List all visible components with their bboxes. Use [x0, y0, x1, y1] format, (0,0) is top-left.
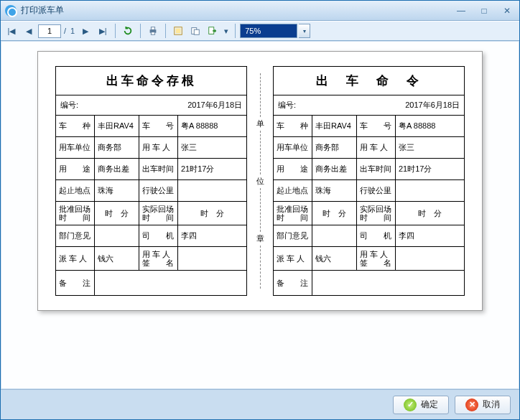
maximize-button[interactable]: □ — [476, 5, 492, 17]
val: 李四 — [396, 225, 464, 246]
divider-char: 单 — [256, 117, 264, 131]
close-button[interactable]: ✕ — [499, 5, 515, 17]
cancel-button[interactable]: ✕ 取消 — [455, 396, 511, 414]
window-root: 打印派车单 — □ ✕ |◀ ◀ 1 / 1 ▶ ▶| ▾ — [0, 0, 520, 420]
svg-rect-4 — [176, 29, 181, 34]
lbl: 用车单位 — [56, 137, 95, 158]
lbl: 派 车 人 — [274, 247, 312, 270]
val: 丰田RAV4 — [312, 116, 357, 136]
layout-button[interactable] — [170, 23, 186, 39]
val: 珠海 — [95, 180, 139, 201]
lbl: 车 种 — [56, 116, 95, 136]
lbl: 实际回场时 间 — [139, 202, 178, 225]
stub-number-label: 编号: — [60, 100, 78, 111]
prev-page-button[interactable]: ◀ — [21, 23, 37, 39]
check-icon: ✓ — [404, 398, 417, 411]
lbl: 车 种 — [274, 116, 312, 136]
last-page-button[interactable]: ▶| — [95, 23, 111, 39]
lbl: 用 途 — [56, 159, 95, 179]
val: 商务部 — [95, 137, 139, 158]
form-order-header: 编号: 2017年6月18日 — [274, 95, 464, 116]
form-stub-title: 出车命令存根 — [56, 67, 246, 95]
lbl: 起止地点 — [56, 180, 95, 201]
export-button[interactable] — [205, 23, 220, 39]
lbl: 用 车 人签 名 — [357, 247, 396, 270]
val: 丰田RAV4 — [95, 116, 139, 136]
lbl: 派 车 人 — [56, 247, 95, 270]
val: 商务部 — [312, 137, 357, 158]
form-stub-header: 编号: 2017年6月18日 — [56, 95, 246, 116]
form-order-title: 出 车 命 令 — [274, 67, 464, 95]
preview-area: 出车命令存根 编号: 2017年6月18日 车 种丰田RAV4车 号粤A 888… — [1, 42, 519, 388]
footer: ✓ 确定 ✕ 取消 — [1, 389, 519, 419]
export-icon — [208, 26, 218, 36]
lbl: 批准回场时 间 — [274, 202, 312, 225]
zoom-dropdown-button[interactable]: ▾ — [299, 24, 310, 38]
val: 钱六 — [95, 247, 139, 270]
perforation-divider: 单 位 章 — [259, 66, 261, 296]
cancel-label: 取消 — [483, 398, 500, 411]
toolbar-separator — [235, 24, 236, 38]
export-dropdown-button[interactable]: ▾ — [222, 23, 231, 39]
val — [312, 225, 357, 246]
ok-label: 确定 — [421, 398, 438, 411]
toolbar: |◀ ◀ 1 / 1 ▶ ▶| ▾ 75% ▾ — [1, 21, 519, 41]
val: 粤A 88888 — [396, 116, 464, 136]
val: 21时17分 — [396, 159, 464, 179]
lbl: 备 注 — [274, 271, 312, 295]
svg-rect-1 — [152, 27, 155, 30]
val: 珠海 — [312, 180, 357, 201]
lbl: 用 车 人 — [357, 137, 396, 158]
page-current-input[interactable]: 1 — [38, 24, 61, 38]
val — [396, 180, 464, 201]
page-total: 1 — [70, 27, 75, 35]
val: 粤A 88888 — [178, 116, 246, 136]
lbl: 备 注 — [56, 271, 95, 295]
first-page-button[interactable]: |◀ — [4, 23, 19, 39]
form-order: 出 车 命 令 编号: 2017年6月18日 车 种丰田RAV4车 号粤A 88… — [273, 66, 465, 296]
lbl: 司 机 — [139, 225, 178, 246]
page-preview: 出车命令存根 编号: 2017年6月18日 车 种丰田RAV4车 号粤A 888… — [37, 51, 483, 311]
window-title: 打印派车单 — [21, 4, 453, 17]
titlebar: 打印派车单 — □ ✕ — [1, 1, 519, 21]
lbl: 用 车 人 — [139, 137, 178, 158]
refresh-button[interactable] — [120, 23, 136, 39]
val: 时 分 — [396, 202, 464, 225]
val: 李四 — [178, 225, 246, 246]
lbl: 部门意见 — [56, 225, 95, 246]
svg-rect-6 — [194, 29, 199, 34]
order-date: 2017年6月18日 — [296, 100, 460, 111]
val — [178, 247, 246, 270]
val: 时 分 — [95, 202, 139, 225]
val: 钱六 — [312, 247, 357, 270]
page-separator: / — [64, 27, 66, 35]
val: 商务出差 — [312, 159, 357, 179]
svg-rect-2 — [152, 32, 155, 35]
val — [95, 271, 246, 295]
lbl: 司 机 — [357, 225, 396, 246]
lbl: 用 途 — [274, 159, 312, 179]
lbl: 实际回场时 间 — [357, 202, 396, 225]
minimize-button[interactable]: — — [453, 5, 469, 17]
toolbar-separator — [115, 24, 116, 38]
lbl: 车 号 — [139, 116, 178, 136]
val: 商务出差 — [95, 159, 139, 179]
ok-button[interactable]: ✓ 确定 — [393, 396, 449, 414]
print-icon — [148, 26, 158, 36]
layout-icon — [173, 26, 183, 36]
val — [95, 225, 139, 246]
next-page-button[interactable]: ▶ — [78, 23, 93, 39]
print-button[interactable] — [145, 23, 161, 39]
lbl: 行驶公里 — [139, 180, 178, 201]
form-stub: 出车命令存根 编号: 2017年6月18日 车 种丰田RAV4车 号粤A 888… — [55, 66, 247, 296]
lbl: 用 车 人签 名 — [139, 247, 178, 270]
lbl: 批准回场时 间 — [56, 202, 95, 225]
lbl: 出车时间 — [357, 159, 396, 179]
window-buttons: — □ ✕ — [453, 5, 515, 17]
val: 时 分 — [312, 202, 357, 225]
order-number-label: 编号: — [278, 100, 296, 111]
page-setup-button[interactable] — [187, 23, 203, 39]
lbl: 车 号 — [357, 116, 396, 136]
zoom-input[interactable]: 75% — [240, 24, 297, 38]
close-icon: ✕ — [465, 398, 478, 411]
